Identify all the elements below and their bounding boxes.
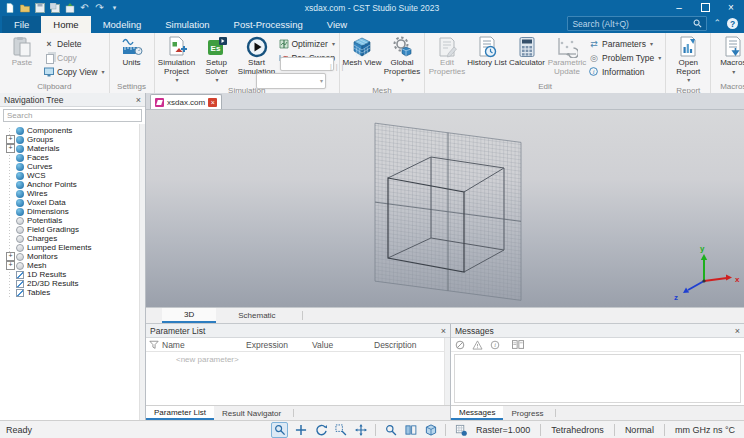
column-description[interactable]: Description [374, 340, 450, 350]
parameter-list-scrollbar[interactable] [444, 338, 450, 405]
help-icon[interactable]: ? [727, 18, 738, 29]
move-tool[interactable] [353, 423, 368, 437]
status-units[interactable]: mm GHz ns °C [672, 425, 738, 435]
save-icon[interactable] [34, 2, 45, 13]
info-filter-icon[interactable]: i [490, 340, 500, 350]
tree-item-field-gradings[interactable]: Field Gradings [4, 225, 145, 234]
tab-progress[interactable]: Progress [503, 406, 551, 420]
document-tab-close-icon[interactable]: × [208, 98, 217, 107]
viewport-tab-schematic[interactable]: Schematic [216, 308, 297, 323]
navigation-tree-close-icon[interactable]: × [136, 95, 141, 105]
tree-item-curves[interactable]: Curves [4, 162, 145, 171]
status-render-mode[interactable]: Normal [622, 425, 657, 435]
mesh-view-button[interactable]: Mesh View [342, 34, 382, 68]
tab-parameter-list[interactable]: Parameter List [146, 406, 214, 420]
tree-item-faces[interactable]: Faces [4, 153, 145, 162]
tree-item-materials[interactable]: +Materials [4, 144, 145, 153]
viewport-tab-3d[interactable]: 3D [162, 308, 216, 323]
select-tool[interactable] [271, 422, 288, 438]
optimizer-button[interactable]: Optimizer▾ [279, 37, 335, 50]
history-list-button[interactable]: History List [467, 34, 507, 68]
tree-item-components[interactable]: Components [4, 126, 145, 135]
tree-item-wires[interactable]: Wires [4, 189, 145, 198]
warning-filter-icon[interactable] [472, 340, 483, 350]
units-button[interactable]: Units [112, 34, 152, 68]
global-properties-button[interactable]: Global Properties▾ [382, 34, 422, 85]
edit-properties-button[interactable]: Edit Properties [427, 34, 467, 76]
start-simulation-button[interactable]: Start Simulation [237, 34, 277, 76]
ribbon-search-input[interactable]: Search (Alt+Q) [567, 16, 707, 31]
column-expression[interactable]: Expression [246, 340, 312, 350]
delete-button[interactable]: × Delete [44, 37, 105, 50]
expand-icon[interactable]: + [6, 144, 15, 153]
tree-item-voxel-data[interactable]: Voxel Data [4, 198, 145, 207]
tree-item-wcs[interactable]: WCS [4, 171, 145, 180]
open-report-button[interactable]: Open Report▾ [668, 34, 708, 85]
tree-item-monitors[interactable]: +Monitors [4, 252, 145, 261]
macros-button[interactable]: Macros▾ [713, 34, 744, 76]
pan-tool[interactable] [293, 423, 308, 437]
tree-item-charges[interactable]: Charges [4, 234, 145, 243]
3d-view-tool[interactable] [423, 423, 438, 437]
view-options-icon[interactable] [512, 340, 524, 349]
tab-post-processing[interactable]: Post-Processing [222, 16, 315, 33]
expand-icon[interactable]: + [6, 135, 15, 144]
3d-viewport[interactable]: y x z [146, 110, 744, 307]
tree-item-lumped-elements[interactable]: Lumped Elements [4, 243, 145, 252]
tab-file[interactable]: File [2, 16, 41, 33]
tree-item-2d-3d-results[interactable]: 2D/3D Results [4, 279, 145, 288]
tree-item-1d-results[interactable]: 1D Results [4, 270, 145, 279]
column-value[interactable]: Value [312, 340, 374, 350]
tab-messages[interactable]: Messages [451, 406, 503, 420]
open-project-icon[interactable] [19, 2, 30, 13]
mesh-properties-icon[interactable] [453, 423, 468, 437]
parameters-button[interactable]: ⇄ Parameters▾ [589, 37, 661, 50]
document-tab[interactable]: xsdax.com × [150, 94, 222, 109]
column-name[interactable]: Name [162, 340, 246, 350]
minimize-button[interactable]: – [666, 0, 692, 15]
save-as-icon[interactable] [49, 2, 60, 13]
redo-icon[interactable]: ↷ [94, 2, 105, 13]
copy-button[interactable]: Copy [44, 51, 105, 64]
new-file-icon[interactable] [4, 2, 15, 13]
status-mesh-type[interactable]: Tetrahedrons [548, 425, 607, 435]
tree-item-potentials[interactable]: Potentials [4, 216, 145, 225]
error-filter-icon[interactable] [455, 340, 465, 350]
quick-access-menu-icon[interactable]: ▾ [109, 2, 120, 13]
setup-solver-button[interactable]: Es Setup Solver▾ [197, 34, 237, 85]
navigation-tree-scrollbar[interactable] [139, 124, 145, 420]
paste-button[interactable]: Paste [2, 34, 42, 68]
expand-icon[interactable]: + [6, 252, 15, 261]
navigation-tree-search-input[interactable]: Search [3, 109, 142, 122]
tree-item-dimensions[interactable]: Dimensions [4, 207, 145, 216]
tree-item-anchor-points[interactable]: Anchor Points [4, 180, 145, 189]
simulation-project-button[interactable]: Simulation Project▾ [157, 34, 197, 85]
import-export-icon[interactable] [64, 2, 75, 13]
expand-icon[interactable]: + [6, 261, 15, 270]
information-button[interactable]: i Information [589, 65, 661, 78]
parametric-update-button[interactable]: Parametric Update [547, 34, 587, 76]
tree-item-mesh[interactable]: +Mesh [4, 261, 145, 270]
tab-modeling[interactable]: Modeling [91, 16, 154, 33]
zoom-region-tool[interactable] [333, 423, 348, 437]
filter-icon[interactable] [146, 340, 162, 350]
new-parameter-row[interactable]: <new parameter> [146, 352, 450, 364]
zoom-tool[interactable] [383, 423, 398, 437]
undo-icon[interactable]: ↶ [79, 2, 90, 13]
tree-item-tables[interactable]: Tables [4, 288, 145, 297]
copy-view-button[interactable]: Copy View▾ [44, 65, 105, 78]
problem-type-button[interactable]: ◎ Problem Type▾ [589, 51, 661, 64]
tab-view[interactable]: View [315, 16, 359, 33]
tab-result-navigator[interactable]: Result Navigator [214, 406, 289, 420]
close-button[interactable]: × [718, 0, 744, 15]
tab-home[interactable]: Home [41, 16, 90, 33]
rotate-tool[interactable] [313, 423, 328, 437]
parameter-list-close-icon[interactable]: × [441, 326, 446, 336]
tree-item-groups[interactable]: +Groups [4, 135, 145, 144]
maximize-button[interactable] [692, 0, 718, 15]
split-view-tool[interactable] [403, 423, 418, 437]
messages-close-icon[interactable]: × [735, 326, 740, 336]
tab-simulation[interactable]: Simulation [153, 16, 221, 33]
collapse-ribbon-icon[interactable]: ⌃ [713, 19, 721, 28]
calculator-button[interactable]: Calculator [507, 34, 547, 68]
